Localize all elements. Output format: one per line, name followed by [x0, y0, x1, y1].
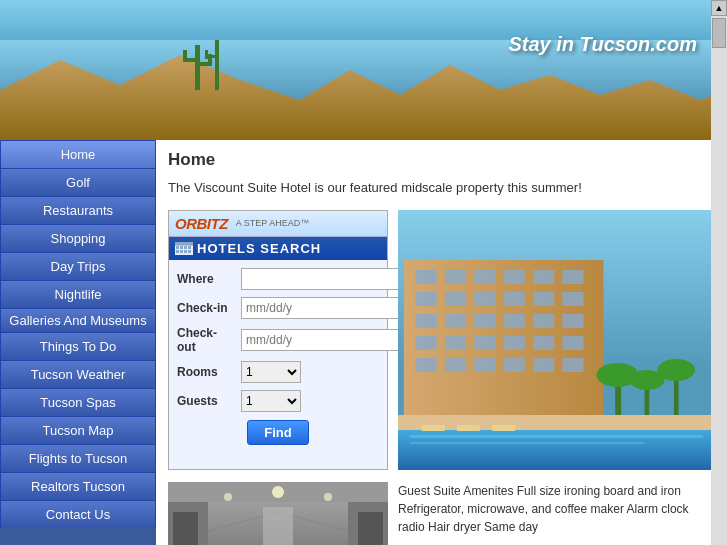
scroll-thumb[interactable]: [712, 18, 726, 48]
orbitz-form: Where Check-in Check-out: [169, 260, 387, 458]
svg-rect-19: [175, 242, 193, 246]
svg-rect-54: [410, 435, 704, 438]
svg-rect-16: [180, 250, 183, 253]
svg-rect-2: [195, 45, 200, 90]
orbitz-logo: ORBITZ: [175, 215, 228, 232]
hotels-search-bar: HOTELS SEARCH: [169, 237, 387, 260]
where-row: Where: [177, 268, 379, 290]
hotel-image-container: [398, 210, 711, 470]
sidebar-item-tucson-spas[interactable]: Tucson Spas: [0, 388, 156, 416]
checkout-label: Check-out: [177, 326, 235, 355]
svg-rect-64: [492, 425, 515, 431]
svg-rect-4: [183, 50, 187, 62]
title-text: Stay in Tucson: [508, 33, 650, 55]
svg-rect-42: [474, 336, 495, 350]
sidebar: Home Golf Restaurants Shopping Day Trips…: [0, 140, 156, 545]
guest-suite-description: Guest Suite Amenites Full size ironing b…: [398, 482, 711, 546]
sidebar-item-contact[interactable]: Contact Us: [0, 500, 156, 528]
svg-rect-44: [533, 336, 554, 350]
svg-rect-39: [562, 314, 583, 328]
where-label: Where: [177, 272, 235, 286]
hotels-search-label: HOTELS SEARCH: [197, 241, 321, 256]
sidebar-item-galleries[interactable]: Galleries And Museums: [0, 308, 156, 332]
svg-rect-23: [445, 270, 466, 284]
checkin-label: Check-in: [177, 301, 235, 315]
svg-rect-12: [180, 246, 183, 249]
svg-point-78: [224, 493, 232, 501]
hotel-illustration: [398, 210, 711, 470]
svg-rect-9: [205, 50, 208, 59]
checkin-input[interactable]: [241, 297, 401, 319]
hotel-search-widget: ORBITZ A STEP AHEAD™: [168, 210, 388, 470]
find-button[interactable]: Find: [247, 420, 308, 445]
svg-rect-49: [504, 358, 525, 372]
guests-row: Guests 1 2 3 4: [177, 390, 379, 412]
orbitz-tagline: A STEP AHEAD™: [236, 218, 309, 228]
svg-rect-28: [416, 292, 437, 306]
sidebar-item-restaurants[interactable]: Restaurants: [0, 196, 156, 224]
svg-rect-40: [416, 336, 437, 350]
svg-rect-22: [416, 270, 437, 284]
svg-point-61: [657, 359, 695, 381]
sidebar-item-nightlife[interactable]: Nightlife: [0, 280, 156, 308]
svg-rect-24: [474, 270, 495, 284]
where-input[interactable]: [241, 268, 401, 290]
sidebar-item-things-to-do[interactable]: Things To Do: [0, 332, 156, 360]
svg-rect-13: [184, 246, 187, 249]
header-banner: Stay in Tucson.com: [0, 0, 711, 140]
guests-select[interactable]: 1 2 3 4: [241, 390, 301, 412]
svg-rect-51: [562, 358, 583, 372]
svg-rect-34: [416, 314, 437, 328]
checkin-row: Check-in: [177, 297, 379, 319]
svg-rect-41: [445, 336, 466, 350]
checkout-input[interactable]: [241, 329, 401, 351]
sidebar-item-day-trips[interactable]: Day Trips: [0, 252, 156, 280]
guests-label: Guests: [177, 394, 235, 408]
page-description: The Viscount Suite Hotel is our featured…: [168, 178, 711, 198]
rooms-row: Rooms 1 2 3 4: [177, 361, 379, 383]
sidebar-item-tucson-weather[interactable]: Tucson Weather: [0, 360, 156, 388]
svg-rect-74: [173, 512, 198, 546]
sidebar-item-flights[interactable]: Flights to Tucson: [0, 444, 156, 472]
bottom-section: Guest Suite Amenites Full size ironing b…: [168, 482, 711, 546]
svg-rect-63: [457, 425, 480, 431]
svg-rect-45: [562, 336, 583, 350]
svg-rect-14: [188, 246, 191, 249]
sidebar-item-golf[interactable]: Golf: [0, 168, 156, 196]
svg-rect-25: [504, 270, 525, 284]
svg-rect-17: [184, 250, 187, 253]
svg-rect-50: [533, 358, 554, 372]
svg-rect-75: [358, 512, 383, 546]
site-title: Stay in Tucson.com: [508, 18, 697, 60]
svg-rect-29: [445, 292, 466, 306]
main-content: Home The Viscount Suite Hotel is our fea…: [156, 140, 711, 545]
sidebar-item-realtors[interactable]: Realtors Tucson: [0, 472, 156, 500]
svg-rect-62: [421, 425, 444, 431]
interior-illustration: [168, 482, 388, 546]
svg-rect-15: [176, 250, 179, 253]
interior-image: [168, 482, 388, 546]
sidebar-item-home[interactable]: Home: [0, 140, 156, 168]
checkout-row: Check-out: [177, 326, 379, 355]
sidebar-item-shopping[interactable]: Shopping: [0, 224, 156, 252]
svg-rect-33: [562, 292, 583, 306]
svg-rect-31: [504, 292, 525, 306]
sidebar-item-tucson-map[interactable]: Tucson Map: [0, 416, 156, 444]
scrollbar: ▲ ▼: [711, 0, 727, 545]
svg-rect-18: [188, 250, 191, 253]
svg-rect-48: [474, 358, 495, 372]
svg-rect-43: [504, 336, 525, 350]
orbitz-header: ORBITZ A STEP AHEAD™: [169, 211, 387, 237]
svg-rect-7: [215, 40, 219, 90]
svg-rect-30: [474, 292, 495, 306]
svg-rect-26: [533, 270, 554, 284]
page-heading: Home: [168, 150, 711, 170]
svg-rect-55: [410, 442, 645, 444]
svg-rect-46: [416, 358, 437, 372]
svg-rect-11: [176, 246, 179, 249]
svg-rect-37: [504, 314, 525, 328]
svg-rect-32: [533, 292, 554, 306]
rooms-select[interactable]: 1 2 3 4: [241, 361, 301, 383]
scroll-up-arrow[interactable]: ▲: [711, 0, 727, 16]
svg-rect-47: [445, 358, 466, 372]
